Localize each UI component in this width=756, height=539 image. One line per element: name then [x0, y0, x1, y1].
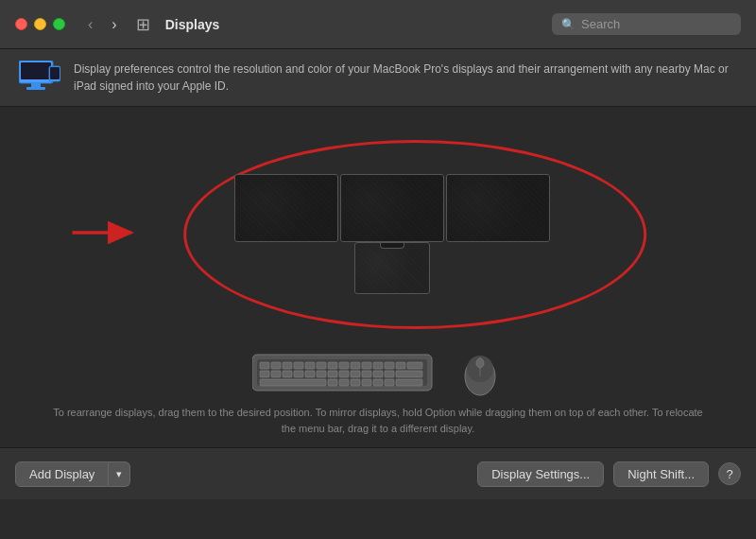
instruction-text: To rearrange displays, drag them to the …	[11, 405, 745, 436]
svg-rect-24	[271, 371, 281, 377]
search-icon: 🔍	[561, 18, 576, 31]
svg-rect-30	[339, 371, 349, 377]
svg-rect-2	[31, 83, 41, 87]
svg-rect-20	[385, 362, 394, 369]
svg-rect-37	[328, 379, 337, 386]
svg-rect-23	[260, 371, 269, 377]
monitor-1[interactable]	[234, 174, 338, 242]
titlebar: ‹ › ⊞ Displays 🔍	[0, 0, 756, 49]
svg-rect-38	[339, 379, 349, 386]
help-button[interactable]: ?	[718, 462, 741, 485]
monitor-macbook[interactable]	[354, 242, 430, 294]
monitors-group	[234, 174, 550, 294]
bottom-left: Add Display ▾	[15, 461, 130, 487]
svg-rect-13	[305, 362, 315, 369]
svg-rect-29	[328, 371, 337, 377]
svg-rect-36	[260, 379, 326, 386]
zoom-button[interactable]	[53, 18, 65, 30]
svg-rect-18	[362, 362, 371, 369]
svg-rect-27	[305, 371, 315, 377]
display-settings-button[interactable]: Display Settings...	[477, 461, 604, 487]
monitor-2[interactable]	[340, 174, 444, 242]
forward-button[interactable]: ›	[108, 14, 120, 35]
svg-rect-39	[351, 379, 360, 386]
svg-rect-32	[362, 371, 371, 377]
svg-rect-1	[21, 62, 51, 79]
svg-rect-28	[317, 371, 326, 377]
add-display-button[interactable]: Add Display	[15, 461, 109, 487]
svg-rect-40	[362, 379, 371, 386]
svg-rect-19	[373, 362, 383, 369]
search-input[interactable]	[581, 17, 731, 31]
svg-rect-16	[339, 362, 349, 369]
back-button[interactable]: ‹	[84, 14, 96, 35]
svg-rect-12	[294, 362, 303, 369]
window-title: Displays	[165, 17, 541, 32]
night-shift-button[interactable]: Night Shift...	[613, 461, 709, 487]
svg-rect-9	[260, 362, 269, 369]
svg-rect-42	[385, 379, 394, 386]
monitor-3[interactable]	[446, 174, 550, 242]
svg-rect-11	[283, 362, 292, 369]
grid-icon[interactable]: ⊞	[136, 14, 150, 35]
svg-rect-31	[351, 371, 360, 377]
arrow-container	[68, 214, 144, 255]
display-icon	[19, 61, 60, 95]
traffic-lights	[15, 18, 65, 30]
bottom-bar: Add Display ▾ Display Settings... Night …	[0, 447, 756, 499]
svg-rect-25	[283, 371, 292, 377]
svg-rect-33	[373, 371, 383, 377]
info-description: Display preferences control the resoluti…	[74, 61, 737, 95]
svg-rect-22	[407, 362, 422, 369]
close-button[interactable]	[15, 18, 27, 30]
keyboard-icon	[252, 350, 441, 397]
top-monitors-row	[234, 174, 550, 242]
svg-rect-26	[294, 371, 303, 377]
svg-rect-10	[271, 362, 281, 369]
mouse-icon	[456, 350, 504, 397]
svg-rect-21	[396, 362, 405, 369]
add-display-chevron[interactable]: ▾	[109, 461, 130, 487]
svg-rect-34	[385, 371, 394, 377]
svg-rect-17	[351, 362, 360, 369]
svg-point-47	[476, 358, 484, 368]
svg-rect-15	[328, 362, 337, 369]
main-area: To rearrange displays, drag them to the …	[0, 107, 756, 447]
bottom-right: Display Settings... Night Shift... ?	[477, 461, 741, 487]
svg-rect-43	[396, 379, 422, 386]
search-box[interactable]: 🔍	[552, 13, 741, 35]
svg-rect-41	[373, 379, 383, 386]
minimize-button[interactable]	[34, 18, 46, 30]
svg-rect-3	[26, 87, 45, 90]
arrow-icon	[68, 214, 144, 252]
info-banner: Display preferences control the resoluti…	[0, 49, 756, 107]
peripherals-row	[252, 350, 504, 397]
svg-rect-5	[50, 67, 60, 79]
display-arrangement	[11, 118, 745, 350]
svg-rect-14	[317, 362, 326, 369]
svg-rect-35	[396, 371, 422, 377]
